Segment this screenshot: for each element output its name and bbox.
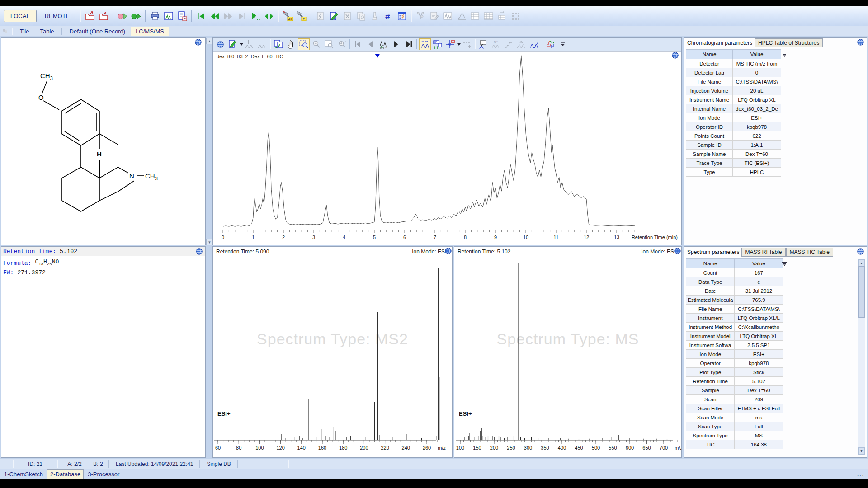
param-value[interactable]: kpqb978 <box>735 359 783 368</box>
collapse-down-button[interactable]: ▼ <box>206 239 213 245</box>
param-row[interactable]: Data Typec <box>686 277 783 286</box>
add-peaks-icon[interactable] <box>244 38 255 50</box>
param-value[interactable]: 765.9 <box>735 296 783 305</box>
param-name[interactable]: Plot Type <box>686 368 735 377</box>
param-row[interactable]: Operatorkpqb978 <box>686 359 783 368</box>
param-row[interactable]: InstrumentLTQ Orbitrap XL/L <box>686 314 783 323</box>
param-name[interactable]: Sample ID <box>686 141 733 150</box>
param-value[interactable]: HPLC <box>733 168 781 177</box>
ms2-spectrum-plot[interactable]: 6080100120140160180200220240260m/z <box>213 257 452 457</box>
param-name[interactable]: Scan Type <box>686 422 735 431</box>
spectrum-window-icon[interactable] <box>441 9 455 23</box>
param-row[interactable]: File NameC:\TSS\DATA\MS\ <box>686 77 781 86</box>
param-name[interactable]: Scan Filter <box>686 404 735 413</box>
param-row[interactable]: Sample NameDex T=60 <box>686 150 781 159</box>
filter-icon[interactable] <box>782 260 788 268</box>
param-name[interactable]: Sample Name <box>686 150 733 159</box>
param-value[interactable]: 31 Jul 2012 <box>735 286 783 296</box>
param-row[interactable]: Detector Lag0 <box>686 68 781 77</box>
param-value[interactable]: Stick <box>735 368 783 377</box>
param-row[interactable]: Estimated Molecula765.9 <box>686 296 783 305</box>
param-value[interactable]: C:\TSS\DATA\MS\ <box>735 305 783 314</box>
crosshair-tool-icon[interactable] <box>444 38 456 50</box>
next-records-icon[interactable] <box>222 9 235 23</box>
record-options-icon[interactable] <box>395 9 409 23</box>
manual-baseline-icon[interactable] <box>461 38 473 50</box>
edit-chromatogram-icon[interactable] <box>227 38 239 50</box>
param-value[interactable]: LTQ Orbitrap XL <box>735 332 783 341</box>
extract-spectrum-icon[interactable] <box>273 38 284 50</box>
chromatogram-panel[interactable]: N° dex_t60_03_2_Dex T=60_TIC 01234567891… <box>212 37 682 245</box>
param-value[interactable]: 167 <box>735 268 783 277</box>
param-value[interactable]: ESI+ <box>733 113 781 122</box>
pan-hand-icon[interactable] <box>285 38 297 50</box>
param-value[interactable]: C:\Xcalibur\metho <box>735 323 783 332</box>
param-row[interactable]: Ion ModeESI+ <box>686 113 781 122</box>
play-records-icon[interactable] <box>249 9 262 23</box>
duplicate-record-icon[interactable] <box>354 9 368 23</box>
globe-icon[interactable] <box>857 39 864 46</box>
param-name[interactable]: Scan <box>686 395 735 404</box>
globe-icon[interactable] <box>672 52 679 59</box>
param-value[interactable]: 1:A,1 <box>733 141 781 150</box>
scrollbar-thumb[interactable] <box>858 266 865 318</box>
param-value[interactable]: FTMS + c ESI Full <box>735 404 783 413</box>
tab-hplc-table-of-structures[interactable]: HPLC Table of Structures <box>755 38 823 47</box>
param-name[interactable]: Ion Mode <box>686 350 735 359</box>
tab-processor[interactable]: 3-Processor <box>85 470 122 479</box>
column-header-name[interactable]: Name <box>686 50 733 59</box>
globe-icon[interactable] <box>214 38 226 50</box>
param-row[interactable]: Points Count622 <box>686 131 781 141</box>
tab-mass-ri-table[interactable]: MASS RI Table <box>741 248 785 257</box>
search-query-icon[interactable]: ? <box>295 9 308 23</box>
param-name[interactable]: Internal Name <box>686 104 733 113</box>
param-row[interactable]: TypeHPLC <box>686 168 781 177</box>
globe-icon[interactable] <box>674 248 681 254</box>
zoom-full-icon[interactable] <box>323 38 335 50</box>
param-name[interactable]: Data Type <box>686 277 735 286</box>
param-row[interactable]: Operator IDkpqb978 <box>686 122 781 131</box>
param-value[interactable]: MS <box>735 431 783 440</box>
param-name[interactable]: Date <box>686 286 735 296</box>
last-record-icon[interactable] <box>235 9 249 23</box>
first-record-icon[interactable] <box>194 9 208 23</box>
param-name[interactable]: Instrument Softwa <box>686 341 735 350</box>
param-value[interactable]: MS TIC (m/z from <box>733 59 781 68</box>
param-row[interactable]: Instrument Softwa2.5.5 SP1 <box>686 341 783 350</box>
tab-spectrum-parameters[interactable]: Spectrum parameters <box>686 248 741 256</box>
globe-icon[interactable] <box>195 39 202 46</box>
curve-fit-icon[interactable] <box>455 9 468 23</box>
online-mode-icon[interactable] <box>129 9 143 23</box>
scroll-right-end-icon[interactable] <box>403 38 415 50</box>
new-database-icon[interactable] <box>97 9 110 23</box>
scroll-right-icon[interactable] <box>390 38 402 50</box>
tab-database[interactable]: 2-Database <box>47 469 84 479</box>
table-append-icon[interactable] <box>495 9 509 23</box>
tab-chromatogram-parameters[interactable]: Chromatogram parameters <box>686 38 754 47</box>
param-row[interactable]: Scan FilterFTMS + c ESI Full <box>686 404 783 413</box>
param-row[interactable]: Plot TypeStick <box>686 368 783 377</box>
scroll-up-icon[interactable]: ▲ <box>858 259 865 267</box>
remove-peaks-icon[interactable] <box>256 38 268 50</box>
param-name[interactable]: File Name <box>686 77 733 86</box>
param-name[interactable]: Estimated Molecula <box>686 296 735 305</box>
edit-record-icon[interactable] <box>327 9 341 23</box>
param-row[interactable]: Trace TypeTIC (ESI+) <box>686 159 781 168</box>
nitrogen-rule-icon[interactable]: N° <box>490 38 502 50</box>
param-value[interactable]: dex_t60_03_2_De <box>733 104 781 113</box>
tab-mass-tic-table[interactable]: MASS TIC Table <box>786 248 833 257</box>
param-row[interactable]: File NameC:\TSS\DATA\MS\ <box>686 305 783 314</box>
scrollbar[interactable]: ▲ ▼ <box>858 259 865 455</box>
ms-spectrum-plot[interactable]: 100150200250300350400450500550600650700m… <box>455 257 681 457</box>
param-name[interactable]: Sample <box>686 386 735 395</box>
column-header-value[interactable]: Value <box>735 259 783 268</box>
apex-baseline-icon[interactable] <box>377 38 389 50</box>
filter-icon[interactable] <box>782 51 788 59</box>
param-value[interactable]: 622 <box>733 131 781 141</box>
offline-mode-icon[interactable] <box>116 9 129 23</box>
open-database-icon[interactable] <box>83 9 97 23</box>
structure-panel[interactable]: CH3 O H N CH3 <box>1 37 206 245</box>
param-row[interactable]: Scan Modems <box>686 413 783 422</box>
param-name[interactable]: Operator <box>686 359 735 368</box>
param-name[interactable]: Type <box>686 168 733 177</box>
